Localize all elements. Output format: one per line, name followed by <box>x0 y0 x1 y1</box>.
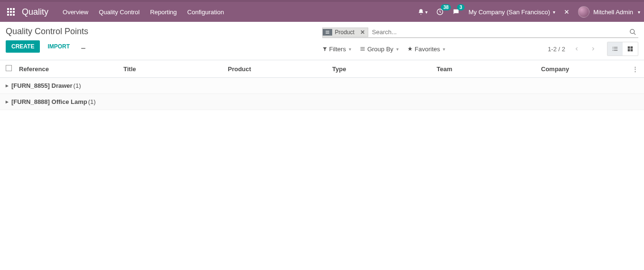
col-header-company[interactable]: Company <box>541 65 629 73</box>
apps-menu-icon[interactable] <box>4 5 18 19</box>
user-name: Mitchell Admin <box>593 9 633 16</box>
nav-menu: Overview Quality Control Reporting Confi… <box>63 9 224 16</box>
import-button[interactable]: IMPORT <box>46 40 72 53</box>
select-all-checkbox[interactable] <box>6 65 12 71</box>
discuss-button[interactable]: 3 <box>452 8 460 16</box>
view-switcher <box>607 42 638 56</box>
group-count: (1) <box>74 82 81 89</box>
activities-badge: 38 <box>441 4 451 10</box>
nav-overview[interactable]: Overview <box>63 9 88 16</box>
pager-prev-button[interactable] <box>570 42 583 56</box>
chevron-down-icon: ▾ <box>553 9 555 15</box>
chevron-right-icon: ▸ <box>6 99 9 105</box>
col-header-type[interactable]: Type <box>332 65 437 73</box>
nav-configuration[interactable]: Configuration <box>187 9 224 16</box>
search-icon[interactable] <box>627 28 638 36</box>
list-view: Reference Title Product Type Team Compan… <box>0 60 644 110</box>
favorites-label: Favorites <box>415 46 440 53</box>
debug-close-button[interactable] <box>564 9 569 15</box>
chevron-right-icon: ▸ <box>6 83 9 89</box>
app-title: Quality <box>22 7 48 17</box>
pager-counter[interactable]: 1-2 / 2 <box>548 46 565 53</box>
company-switcher[interactable]: My Company (San Francisco) ▾ <box>468 9 555 16</box>
table-header: Reference Title Product Type Team Compan… <box>0 60 644 78</box>
nav-reporting[interactable]: Reporting <box>150 9 177 16</box>
search-bar: Product ✕ <box>322 27 639 38</box>
favorites-menu[interactable]: Favorites ▾ <box>407 46 445 53</box>
download-icon[interactable] <box>77 41 89 53</box>
top-navbar: Quality Overview Quality Control Reporti… <box>0 0 644 22</box>
filters-menu[interactable]: Filters ▾ <box>322 46 351 53</box>
discuss-badge: 3 <box>457 4 465 10</box>
create-button[interactable]: CREATE <box>6 40 40 53</box>
col-header-product[interactable]: Product <box>228 65 332 73</box>
user-menu[interactable]: Mitchell Admin ▾ <box>578 6 640 18</box>
nav-quality-control[interactable]: Quality Control <box>99 9 140 16</box>
control-panel: Quality Control Points CREATE IMPORT Pro… <box>0 22 644 56</box>
svg-point-1 <box>630 29 635 34</box>
search-facet-product: Product ✕ <box>322 28 368 37</box>
groupby-menu[interactable]: Group By ▾ <box>360 46 399 53</box>
col-header-team[interactable]: Team <box>437 65 541 73</box>
kanban-view-button[interactable] <box>623 42 638 56</box>
facet-label: Product <box>332 28 357 37</box>
group-label: [FURN_8888] Office Lamp <box>11 98 87 105</box>
group-row[interactable]: ▸ [FURN_8888] Office Lamp (1) <box>0 94 644 110</box>
facet-remove-icon[interactable]: ✕ <box>357 29 368 36</box>
activities-button[interactable]: 38 <box>436 8 444 16</box>
chevron-down-icon: ▾ <box>396 47 399 52</box>
col-header-title[interactable]: Title <box>123 65 228 73</box>
groupby-label: Group By <box>367 46 393 53</box>
chevron-down-icon: ▾ <box>443 47 445 52</box>
group-label: [FURN_8855] Drawer <box>11 82 73 89</box>
group-count: (1) <box>88 98 96 105</box>
filters-label: Filters <box>329 46 346 53</box>
optional-fields-icon[interactable]: ⋮ <box>629 65 638 73</box>
list-icon <box>323 29 332 36</box>
list-view-button[interactable] <box>607 42 623 56</box>
chevron-down-icon: ▾ <box>425 9 428 15</box>
company-name: My Company (San Francisco) <box>468 9 550 16</box>
group-row[interactable]: ▸ [FURN_8855] Drawer (1) <box>0 78 644 94</box>
col-header-reference[interactable]: Reference <box>19 65 123 73</box>
breadcrumb: Quality Control Points <box>6 27 322 37</box>
chevron-down-icon: ▾ <box>349 47 351 52</box>
notifications-button[interactable]: ▾ <box>418 9 428 15</box>
search-input[interactable] <box>368 27 627 37</box>
pager-next-button[interactable] <box>586 42 599 56</box>
chevron-down-icon: ▾ <box>638 9 640 15</box>
user-avatar <box>578 6 589 18</box>
